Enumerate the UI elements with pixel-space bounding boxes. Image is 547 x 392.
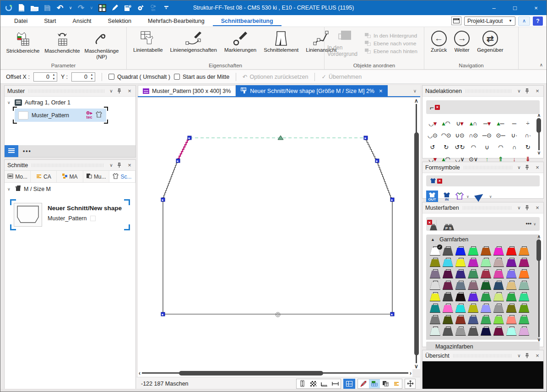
collapse-ribbon-button[interactable]: ∧ [518,16,530,26]
selected-form-symbol[interactable]: × [426,175,540,186]
needle-action-icon[interactable]: ─▾ [481,119,493,128]
panel-drag-grip[interactable] [453,354,512,358]
pattern-item-selected[interactable]: Muster_Pattern ⚙▸tec [15,109,106,122]
offset-y-input[interactable]: 0 ▲▼ [71,72,95,82]
yarn-color-swatch[interactable] [430,292,440,301]
yarn-color-swatch[interactable] [443,246,453,255]
strickbereiche-button[interactable]: Strickbereiche [3,29,43,54]
scroll-up-icon[interactable]: ∧ [413,98,419,103]
ebene-nach-vorne-button[interactable]: Ebene nach vorne [365,41,417,46]
shape-edge[interactable] [366,138,377,161]
canvas-vertical-scrollbar[interactable]: ∧ ∨ [412,98,420,369]
needle-action-icon[interactable]: ∪ [481,142,493,152]
needle-action-icon[interactable]: ◡▾ [426,119,439,128]
yarn-color-swatch[interactable] [519,304,529,312]
panel-drag-grip[interactable] [463,206,512,210]
undo-dropdown-icon[interactable]: ∨ [67,5,74,10]
yarn-color-swatch[interactable] [468,292,478,301]
pin-icon[interactable] [525,353,531,359]
yarn-color-swatch[interactable] [455,281,466,289]
yarn-color-swatch[interactable] [493,258,504,267]
redo-icon[interactable]: ↷ [76,2,87,13]
new-document-icon[interactable] [16,2,27,13]
panel-drag-grip[interactable] [28,89,104,93]
menu-item-ansicht[interactable]: Ansicht [65,16,100,26]
yarn-color-swatch[interactable] [468,304,478,312]
yarn-color-swatch[interactable] [493,315,504,324]
yarn-color-swatch[interactable] [481,327,491,335]
panel-close-icon[interactable]: × [534,352,541,359]
yarn-color-swatch[interactable] [481,304,491,312]
more-colors-button[interactable]: •••∨ [526,221,536,227]
tab-muster[interactable]: Mu... [83,171,109,182]
weiter-button[interactable]: → Weiter [450,29,473,53]
pin-icon[interactable] [117,88,124,94]
project-layout-dropdown[interactable]: Projekt-Layout ▼ [464,16,515,26]
more-options-button[interactable]: ••• [23,148,32,154]
menu-item-start[interactable]: Start [36,16,64,26]
no-edit-icon[interactable] [358,379,369,388]
yarn-color-swatch[interactable] [481,281,491,289]
shirt-dropdown-icon[interactable]: ∨ [466,195,469,199]
panel-close-icon[interactable]: × [126,162,133,169]
needle-action-icon[interactable]: ∩ [508,142,521,152]
help-button[interactable]: ? [533,16,543,26]
needle-action-icon[interactable]: ∩· [521,131,534,140]
needle-action-icon[interactable]: ▴◠ [440,119,453,128]
yarn-color-swatch[interactable] [519,281,529,289]
maschendichte-button[interactable]: Maschendichte [43,29,82,54]
tree-expander-icon[interactable]: ∨ [7,187,12,191]
sin-processing-icon[interactable]: sin [148,2,159,13]
yarn-color-swatch[interactable] [493,281,504,289]
triangle-dropdown-icon[interactable]: ∨ [489,195,492,199]
linieneigenschaften-button[interactable]: Linieneigenschaften [167,29,221,53]
panel-menu-icon[interactable]: ∨ [108,163,114,168]
grid-view-button[interactable] [343,379,355,389]
panel-close-icon[interactable]: × [126,87,133,94]
yarn-color-swatch[interactable] [455,246,466,255]
yarn-color-swatch[interactable] [493,269,504,278]
pin-icon[interactable] [525,165,531,170]
yarn-color-swatch[interactable] [468,258,478,267]
form-triangle-button[interactable] [474,191,485,201]
copy-table-icon[interactable] [380,379,391,388]
ribbon-collapse-icon[interactable]: ∧ [540,62,543,67]
yarn-color-swatch[interactable] [506,281,517,289]
form-out-button[interactable]: OUT [426,191,438,202]
panel-menu-icon[interactable]: ∨ [108,88,114,93]
needle-scrollbar[interactable]: ∧ ∨ [536,113,542,155]
yarn-color-swatch[interactable] [481,269,491,278]
minimize-button[interactable]: – [483,0,504,15]
vertical-scroll-thumb[interactable] [414,132,419,355]
yarn-color-swatch[interactable] [481,315,491,324]
yarn-color-swatch[interactable] [506,246,517,255]
needle-action-icon[interactable]: ÷ [521,119,534,128]
yarn-color-swatch[interactable] [443,269,453,278]
schnittelement-button[interactable]: Schnittelement [260,29,302,53]
offset-x-spinner[interactable]: ▲▼ [51,73,57,81]
shape-canvas[interactable] [138,98,412,369]
needle-action-icon[interactable]: ⊙─ [494,131,507,140]
yarn-color-swatch[interactable] [430,258,440,267]
needle-action-icon[interactable]: ▴─ [494,119,507,128]
shape-edge[interactable] [178,138,190,161]
yarn-color-swatch[interactable] [455,258,466,267]
yarn-color-swatch[interactable] [430,304,440,312]
tab-close-icon[interactable]: × [379,87,383,94]
shape-item-selected[interactable]: Neuer Schnitt/New shape Muster_Pattern [11,200,129,229]
undo-icon[interactable]: ↶ [54,2,65,13]
needle-action-icon[interactable]: ◠⊙ [440,131,453,140]
panel-menu-icon[interactable]: ∨ [516,353,522,358]
pin-icon[interactable] [117,163,124,168]
menu-item-mehrfach-bearbeitung[interactable]: Mehrfach-Bearbeitung [140,16,213,26]
menu-item-datei[interactable]: Datei [6,16,36,26]
list-view-button[interactable] [5,145,18,157]
panel-menu-icon[interactable]: ∨ [516,88,522,93]
yarn-color-swatch[interactable] [443,258,453,267]
yarn-color-swatch[interactable] [455,292,466,301]
pattern-raster-icon[interactable] [308,379,319,388]
needle-action-icon[interactable]: ↺ [426,142,439,152]
yarn-color-swatch[interactable] [430,281,440,289]
yarn-color-swatch[interactable] [519,269,529,278]
tab-ma[interactable]: MA [57,171,83,182]
